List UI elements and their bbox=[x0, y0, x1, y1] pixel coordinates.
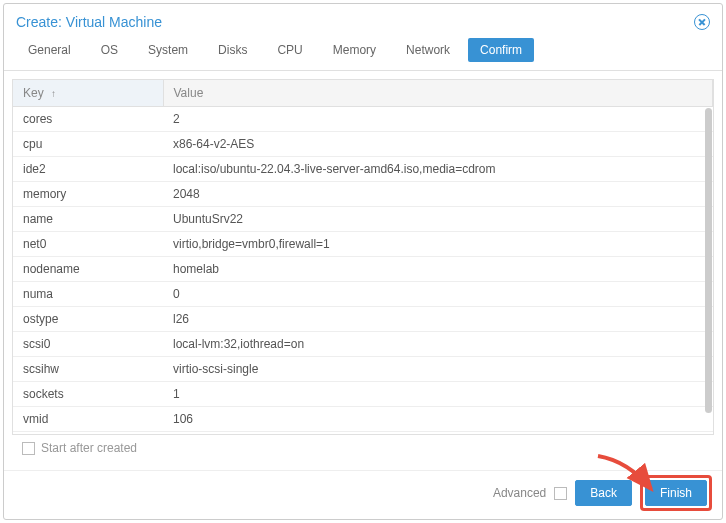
cell-key: scsi0 bbox=[13, 332, 163, 357]
cell-key: scsihw bbox=[13, 357, 163, 382]
cell-value: UbuntuSrv22 bbox=[163, 207, 713, 232]
cell-key: net0 bbox=[13, 232, 163, 257]
cell-key: sockets bbox=[13, 382, 163, 407]
col-key-label: Key bbox=[23, 86, 44, 100]
cell-key: vmid bbox=[13, 407, 163, 432]
advanced-checkbox[interactable] bbox=[554, 487, 567, 500]
table-row[interactable]: nodenamehomelab bbox=[13, 257, 713, 282]
cell-value: 106 bbox=[163, 407, 713, 432]
cell-value: local:iso/ubuntu-22.04.3-live-server-amd… bbox=[163, 157, 713, 182]
cell-key: numa bbox=[13, 282, 163, 307]
cell-value: 0 bbox=[163, 282, 713, 307]
cell-value: 2 bbox=[163, 107, 713, 132]
tab-network[interactable]: Network bbox=[394, 38, 462, 62]
col-value[interactable]: Value bbox=[163, 80, 713, 107]
tab-cpu[interactable]: CPU bbox=[265, 38, 314, 62]
table-row[interactable]: net0virtio,bridge=vmbr0,firewall=1 bbox=[13, 232, 713, 257]
table-row[interactable]: vmid106 bbox=[13, 407, 713, 432]
tab-disks[interactable]: Disks bbox=[206, 38, 259, 62]
tab-confirm[interactable]: Confirm bbox=[468, 38, 534, 62]
finish-button[interactable]: Finish bbox=[645, 480, 707, 506]
table-row[interactable]: scsi0local-lvm:32,iothread=on bbox=[13, 332, 713, 357]
footer-options: Start after created bbox=[12, 435, 714, 457]
start-after-created[interactable]: Start after created bbox=[22, 441, 137, 455]
cell-key: cores bbox=[13, 107, 163, 132]
table-row[interactable]: numa0 bbox=[13, 282, 713, 307]
summary-table-wrap: Key ↑ Value cores2cpux86-64-v2-AESide2lo… bbox=[12, 79, 714, 435]
tab-os[interactable]: OS bbox=[89, 38, 130, 62]
table-row[interactable]: ide2local:iso/ubuntu-22.04.3-live-server… bbox=[13, 157, 713, 182]
cell-value: virtio,bridge=vmbr0,firewall=1 bbox=[163, 232, 713, 257]
dialog-title: Create: Virtual Machine bbox=[16, 14, 162, 30]
cell-key: name bbox=[13, 207, 163, 232]
start-after-checkbox[interactable] bbox=[22, 442, 35, 455]
table-row[interactable]: nameUbuntuSrv22 bbox=[13, 207, 713, 232]
create-vm-dialog: Create: Virtual Machine General OS Syste… bbox=[3, 3, 723, 520]
table-row[interactable]: ostypel26 bbox=[13, 307, 713, 332]
wizard-tabs: General OS System Disks CPU Memory Netwo… bbox=[4, 38, 722, 71]
scrollbar[interactable] bbox=[705, 108, 712, 428]
tab-memory[interactable]: Memory bbox=[321, 38, 388, 62]
cell-value: 2048 bbox=[163, 182, 713, 207]
cell-value: local-lvm:32,iothread=on bbox=[163, 332, 713, 357]
table-row[interactable]: cpux86-64-v2-AES bbox=[13, 132, 713, 157]
finish-highlight: Finish bbox=[640, 475, 712, 511]
cell-value: homelab bbox=[163, 257, 713, 282]
summary-table: Key ↑ Value cores2cpux86-64-v2-AESide2lo… bbox=[13, 80, 713, 432]
cell-key: nodename bbox=[13, 257, 163, 282]
table-row[interactable]: memory2048 bbox=[13, 182, 713, 207]
table-row[interactable]: cores2 bbox=[13, 107, 713, 132]
table-row[interactable]: scsihwvirtio-scsi-single bbox=[13, 357, 713, 382]
close-icon[interactable] bbox=[694, 14, 710, 30]
cell-value: l26 bbox=[163, 307, 713, 332]
footer-buttons: Advanced Back Finish bbox=[4, 470, 722, 519]
cell-key: cpu bbox=[13, 132, 163, 157]
tab-general[interactable]: General bbox=[16, 38, 83, 62]
back-button[interactable]: Back bbox=[575, 480, 632, 506]
cell-key: memory bbox=[13, 182, 163, 207]
cell-value: 1 bbox=[163, 382, 713, 407]
cell-value: virtio-scsi-single bbox=[163, 357, 713, 382]
cell-key: ide2 bbox=[13, 157, 163, 182]
cell-key: ostype bbox=[13, 307, 163, 332]
titlebar: Create: Virtual Machine bbox=[4, 4, 722, 38]
start-after-label: Start after created bbox=[41, 441, 137, 455]
scrollbar-thumb[interactable] bbox=[705, 108, 712, 413]
advanced-label: Advanced bbox=[493, 486, 546, 500]
content-area: Key ↑ Value cores2cpux86-64-v2-AESide2lo… bbox=[4, 71, 722, 466]
table-row[interactable]: sockets1 bbox=[13, 382, 713, 407]
cell-value: x86-64-v2-AES bbox=[163, 132, 713, 157]
col-key[interactable]: Key ↑ bbox=[13, 80, 163, 107]
sort-asc-icon: ↑ bbox=[51, 88, 56, 99]
tab-system[interactable]: System bbox=[136, 38, 200, 62]
